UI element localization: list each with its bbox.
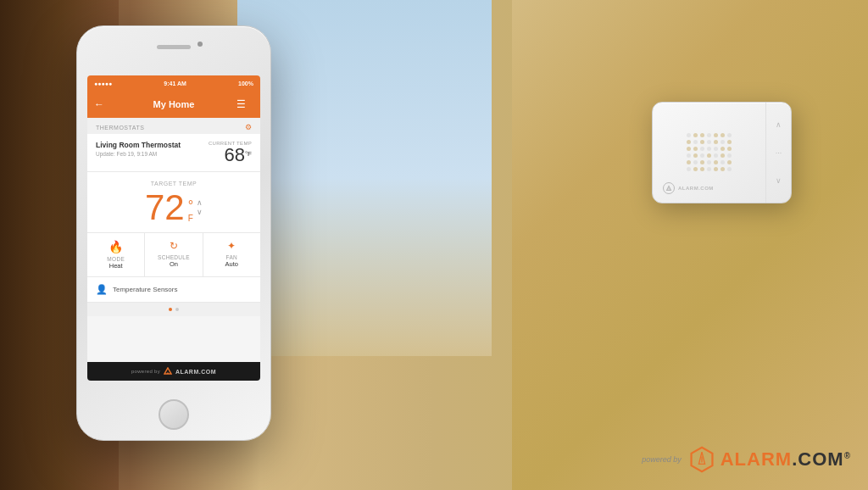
alarm-brand-logo: ALARM.COM® bbox=[688, 446, 851, 473]
schedule-icon: ↻ bbox=[170, 240, 178, 252]
led-dot bbox=[693, 147, 698, 151]
powered-by-text: powered by bbox=[642, 455, 682, 464]
led-dot bbox=[707, 147, 711, 151]
led-dot bbox=[727, 153, 732, 158]
led-dot bbox=[693, 133, 698, 137]
current-temp-display: 68°F bbox=[209, 146, 252, 164]
current-temp-section: CURRENT TEMP 68°F bbox=[209, 141, 252, 164]
phone-camera bbox=[198, 42, 203, 47]
header-title: My Home bbox=[111, 99, 236, 109]
led-dot bbox=[727, 133, 732, 137]
device-brand-text: ALARM.COM bbox=[678, 186, 714, 191]
target-temp-degree: ° bbox=[188, 198, 193, 214]
dot-2 bbox=[175, 308, 179, 311]
schedule-value: On bbox=[170, 260, 178, 268]
led-dot bbox=[727, 160, 732, 164]
fan-value: Auto bbox=[225, 260, 238, 268]
window-area bbox=[237, 0, 492, 356]
led-dot bbox=[721, 147, 725, 151]
fan-control[interactable]: ✦ Fan Auto bbox=[203, 233, 260, 276]
mode-control[interactable]: 🔥 Mode Heat bbox=[87, 233, 145, 276]
led-dot bbox=[687, 153, 691, 158]
back-button[interactable]: ← bbox=[94, 98, 111, 110]
led-dot bbox=[700, 160, 704, 164]
led-dot bbox=[700, 147, 704, 151]
thermostat-name: Living Room Thermostat bbox=[96, 141, 181, 149]
led-dot bbox=[714, 140, 718, 144]
current-temp-unit: °F bbox=[245, 150, 252, 158]
mode-value: Heat bbox=[109, 262, 123, 270]
led-dot bbox=[687, 133, 691, 137]
temp-adjust-arrows[interactable]: ∧ ∨ bbox=[197, 199, 203, 216]
thermostat-down-button[interactable]: ∨ bbox=[771, 174, 787, 187]
current-temp-value: 68 bbox=[224, 144, 244, 165]
led-dot bbox=[707, 167, 711, 171]
led-dot bbox=[687, 160, 691, 164]
page-dots bbox=[87, 303, 260, 316]
led-dot bbox=[693, 167, 698, 171]
app-body: THERMOSTATS ⚙ Living Room Thermostat Upd… bbox=[87, 118, 260, 316]
led-dot bbox=[687, 167, 691, 171]
target-temp-label: TARGET TEMP bbox=[87, 181, 260, 187]
led-dot bbox=[727, 167, 732, 171]
led-dot bbox=[721, 133, 725, 137]
led-dot bbox=[714, 147, 718, 151]
led-dot bbox=[727, 140, 732, 144]
wall-thermostat-device: ∧ ··· ∨ ALARM.COM bbox=[652, 102, 792, 203]
led-dot bbox=[693, 153, 698, 158]
temp-down-arrow[interactable]: ∨ bbox=[197, 209, 203, 216]
led-dot bbox=[714, 167, 718, 171]
brand-name-footer: ALARM.COM bbox=[175, 369, 216, 375]
alarm-hex-icon bbox=[688, 446, 715, 473]
target-temp-value: 72 bbox=[145, 190, 185, 226]
thermostat-middle-button[interactable]: ··· bbox=[771, 146, 787, 159]
wall-right bbox=[512, 0, 868, 490]
thermostat-card[interactable]: Living Room Thermostat Update: Feb 19, 9… bbox=[87, 134, 260, 172]
led-dot bbox=[714, 160, 718, 164]
led-dot bbox=[700, 153, 704, 158]
schedule-label: Schedule bbox=[158, 254, 190, 260]
battery-indicator: 100% bbox=[238, 81, 253, 86]
led-dot bbox=[707, 153, 711, 158]
mode-label: Mode bbox=[107, 256, 125, 262]
fan-label: Fan bbox=[226, 254, 238, 260]
led-dot bbox=[721, 160, 725, 164]
led-dot bbox=[700, 140, 704, 144]
led-dot bbox=[693, 160, 698, 164]
carrier-signal: ●●●●● bbox=[94, 81, 112, 86]
led-dot bbox=[721, 140, 725, 144]
dot-1 bbox=[169, 308, 172, 311]
phone-screen: ●●●●● 9:41 AM 100% ← My Home ☰ THERMOSTA… bbox=[87, 75, 260, 381]
thermostats-section-label: THERMOSTATS ⚙ bbox=[87, 118, 260, 134]
target-temp-display: 72 ° F ∧ ∨ bbox=[87, 190, 260, 226]
sensors-icon: 👤 bbox=[96, 284, 108, 295]
target-temp-unit-wrap: ° F bbox=[188, 193, 193, 223]
thermostat-info: Living Room Thermostat Update: Feb 19, 9… bbox=[96, 141, 181, 157]
phone-home-button[interactable] bbox=[159, 399, 189, 430]
reg-mark: ® bbox=[844, 451, 851, 460]
led-dot bbox=[721, 167, 725, 171]
bottom-branding: powered by ALARM.COM® bbox=[642, 446, 851, 473]
phone-speaker bbox=[157, 45, 191, 49]
settings-icon[interactable]: ⚙ bbox=[245, 123, 253, 131]
led-dot bbox=[707, 160, 711, 164]
thermostat-up-button[interactable]: ∧ bbox=[771, 118, 787, 131]
alarm-text: ALARM bbox=[721, 448, 792, 470]
led-dot bbox=[700, 167, 704, 171]
led-dot bbox=[687, 147, 691, 151]
led-dot bbox=[727, 147, 732, 151]
menu-button[interactable]: ☰ bbox=[236, 98, 253, 110]
sensors-label: Temperature Sensors bbox=[113, 286, 177, 293]
sensors-row[interactable]: 👤 Temperature Sensors bbox=[87, 277, 260, 303]
alarm-brand-name: ALARM.COM® bbox=[721, 448, 851, 471]
led-dot bbox=[714, 133, 718, 137]
target-temp-f: F bbox=[188, 214, 193, 223]
led-dot bbox=[687, 140, 691, 144]
fan-icon: ✦ bbox=[227, 240, 236, 252]
svg-text:▲: ▲ bbox=[166, 370, 170, 375]
temp-up-arrow[interactable]: ∧ bbox=[197, 199, 203, 207]
app-footer: powered by ▲ ALARM.COM bbox=[87, 362, 260, 381]
app-header: ← My Home ☰ bbox=[87, 91, 260, 118]
schedule-control[interactable]: ↻ Schedule On bbox=[145, 233, 203, 276]
led-dot bbox=[693, 140, 698, 144]
